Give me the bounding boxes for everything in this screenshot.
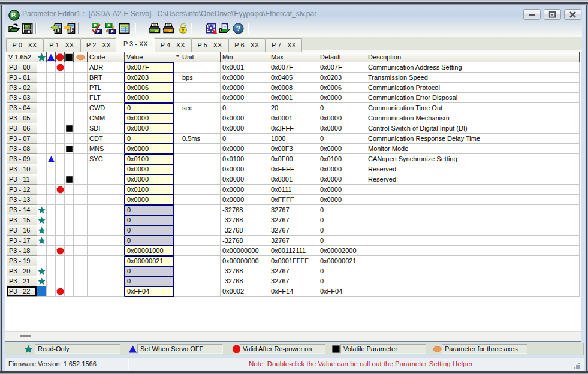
scrollbar-thumb[interactable] [20, 335, 31, 337]
code-cell[interactable] [88, 266, 125, 276]
row-header[interactable]: P3 - 00 [7, 62, 37, 73]
flag-cell-empty[interactable] [65, 256, 74, 266]
value-cell[interactable]: 0x0000 [125, 174, 174, 185]
print-button[interactable] [149, 22, 161, 35]
flag-cell-empty[interactable] [37, 123, 47, 134]
flag-cell-empty[interactable] [37, 103, 47, 113]
flag-cell-empty[interactable] [65, 73, 74, 83]
flag-circle-cell[interactable] [56, 185, 65, 195]
flag-cell-empty[interactable] [56, 256, 65, 266]
flag-star-cell[interactable] [37, 236, 47, 246]
flag-cell-empty[interactable] [65, 225, 74, 236]
row-header[interactable]: P3 - 06 [7, 123, 37, 134]
column-header-unit[interactable]: Unit [180, 52, 218, 62]
print-report-button[interactable] [162, 22, 175, 35]
flag-cell-empty[interactable] [37, 256, 47, 266]
flag-cell-empty[interactable] [56, 225, 65, 236]
row-header[interactable]: P3 - 01 [7, 73, 37, 83]
code-cell[interactable]: CWD [88, 103, 125, 113]
column-header-max[interactable]: Max [269, 52, 318, 62]
value-cell[interactable]: 0 [125, 225, 174, 236]
parameter-table-button[interactable] [118, 22, 131, 35]
copy-parameters-button[interactable]: P P [104, 22, 117, 35]
flag-cell-empty[interactable] [65, 276, 74, 286]
flag-cell-empty[interactable] [65, 195, 74, 205]
value-cell[interactable]: 0xFF04 [125, 286, 174, 297]
flag-cell-empty[interactable] [37, 164, 47, 174]
flag-cell-empty[interactable] [47, 236, 56, 246]
value-cell[interactable]: 0 [125, 103, 174, 113]
row-header[interactable]: P3 - 17 [7, 236, 37, 246]
value-cell[interactable]: 0x0100 [125, 154, 174, 164]
flag-cell-empty[interactable] [37, 62, 47, 73]
flag-cell-empty[interactable] [37, 174, 47, 185]
row-header[interactable]: P3 - 22 [7, 286, 37, 297]
row-header[interactable]: P3 - 04 [7, 103, 37, 113]
column-header-min[interactable]: Min [221, 52, 269, 62]
value-cell[interactable]: 0x0000 [125, 123, 174, 134]
row-header[interactable]: P3 - 15 [7, 215, 37, 225]
flag-cell-empty[interactable] [37, 154, 47, 164]
flag-cell-empty[interactable] [47, 195, 56, 205]
row-header[interactable]: P3 - 02 [7, 83, 37, 93]
flag-star-cell[interactable] [37, 276, 47, 286]
tab-p3-xx[interactable]: P 3 - XX [116, 37, 155, 52]
flag-cell-empty[interactable] [37, 144, 47, 154]
lock-button[interactable] [177, 22, 189, 35]
flag-cell-empty[interactable] [74, 256, 88, 266]
flag-cell-empty[interactable] [74, 113, 88, 123]
horizontal-scrollbar[interactable] [5, 331, 581, 341]
value-cell[interactable]: 0 [125, 276, 174, 286]
verify-parameters-button[interactable]: P P [91, 22, 103, 35]
flag-cell-empty[interactable] [56, 236, 65, 246]
flag-cell-empty[interactable] [47, 62, 56, 73]
tab-p4-xx[interactable]: P 4 - XX [154, 38, 191, 52]
tab-p5-xx[interactable]: P 5 - XX [191, 38, 228, 52]
code-cell[interactable]: SDI [88, 123, 125, 134]
flag-cell-empty[interactable] [74, 286, 88, 297]
flag-cell-empty[interactable] [47, 286, 56, 297]
flag-cell-empty[interactable] [65, 236, 74, 246]
row-header[interactable]: P3 - 09 [7, 154, 37, 164]
maximize-button[interactable] [544, 9, 561, 20]
remove-settings-button[interactable] [205, 22, 218, 35]
flag-cell-empty[interactable] [65, 215, 74, 225]
code-cell[interactable] [88, 246, 125, 256]
flag-cell-empty[interactable] [65, 286, 74, 297]
flag-cell-empty[interactable] [65, 185, 74, 195]
flag-star-cell[interactable] [37, 215, 47, 225]
value-cell[interactable]: 0 [125, 215, 174, 225]
flag-cell-empty[interactable] [56, 103, 65, 113]
flag-cell-empty[interactable] [74, 103, 88, 113]
code-cell[interactable] [88, 185, 125, 195]
flag-cell-empty[interactable] [56, 154, 65, 164]
flag-triangle-cell[interactable] [47, 154, 56, 164]
flag-cell-empty[interactable] [65, 164, 74, 174]
flag-cell-empty[interactable] [56, 73, 65, 83]
flag-cell-empty[interactable] [47, 144, 56, 154]
value-cell[interactable]: 0x0000 [125, 195, 174, 205]
flag-cell-empty[interactable] [56, 113, 65, 123]
flag-cell-empty[interactable] [56, 134, 65, 144]
row-header[interactable]: P3 - 05 [7, 113, 37, 123]
flag-cell-empty[interactable] [37, 185, 47, 195]
flag-cell-empty[interactable] [56, 174, 65, 185]
value-cell[interactable]: 0x0000 [125, 144, 174, 154]
tab-p7-xx[interactable]: P 7 - XX [266, 38, 303, 52]
flag-cell-empty[interactable] [74, 266, 88, 276]
value-cell[interactable]: 0 [125, 266, 174, 276]
flag-cell-empty[interactable] [74, 73, 88, 83]
flag-cell-empty[interactable] [74, 62, 88, 73]
column-header-value[interactable]: Value [125, 52, 174, 62]
flag-cell-empty[interactable] [74, 185, 88, 195]
code-cell[interactable] [88, 276, 125, 286]
flag-cell-empty[interactable] [56, 144, 65, 154]
column-header-asterisk[interactable]: * [174, 52, 180, 62]
flag-cell-empty[interactable] [47, 134, 56, 144]
value-cell[interactable]: 0x00000021 [125, 256, 174, 266]
flag-cell-empty[interactable] [65, 83, 74, 93]
flag-star-cell[interactable] [37, 205, 47, 215]
flag-cell-empty[interactable] [37, 113, 47, 123]
row-header[interactable]: P3 - 18 [7, 246, 37, 256]
value-cell[interactable]: 0x0006 [125, 83, 174, 93]
